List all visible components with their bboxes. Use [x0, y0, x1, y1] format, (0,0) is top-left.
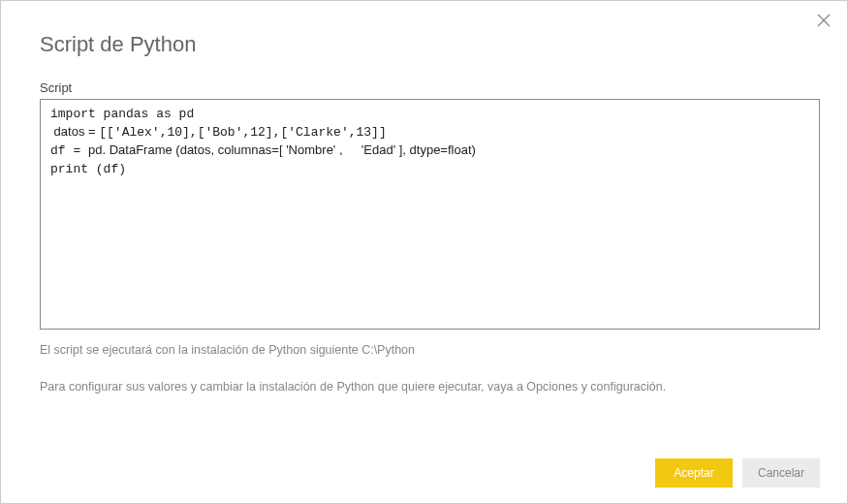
- install-path-hint: El script se ejecutará con la instalació…: [40, 343, 820, 357]
- script-line: [['Alex',10],['Bob',12],['Clarke',13]]: [99, 125, 386, 140]
- script-line: import pandas as pd: [50, 107, 194, 121]
- script-line: 'Edad' ], dtype=float): [361, 142, 476, 157]
- script-input[interactable]: import pandas as pd datos = [['Alex',10]…: [40, 99, 820, 330]
- cancel-button[interactable]: Cancelar: [742, 458, 820, 488]
- script-field-label: Script: [40, 80, 820, 95]
- config-hint: Para configurar sus valores y cambiar la…: [40, 380, 820, 394]
- ok-button[interactable]: Aceptar: [655, 458, 733, 488]
- script-line: df =: [50, 143, 88, 158]
- script-line: pd. DataFrame (datos, columnas=[ 'Nombre…: [88, 142, 346, 157]
- dialog-footer: Aceptar Cancelar: [655, 458, 820, 488]
- script-line: print (df): [50, 162, 126, 176]
- dialog-title: Script de Python: [40, 32, 820, 57]
- python-script-dialog: Script de Python Script import pandas as…: [0, 0, 848, 504]
- close-icon[interactable]: [816, 13, 832, 28]
- script-line: datos =: [50, 124, 99, 139]
